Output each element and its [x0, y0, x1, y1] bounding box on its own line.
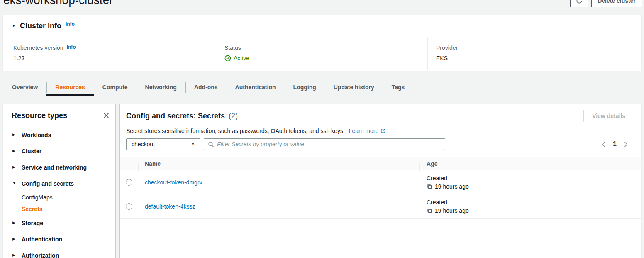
provider-label: Provider — [436, 44, 458, 52]
tab-networking[interactable]: Networking — [137, 79, 185, 96]
caret-down-icon: ▼ — [12, 182, 17, 185]
kubernetes-version-field: Kubernetes version Info 1.23 — [3, 37, 216, 70]
caret-right-icon: ▶ — [12, 165, 17, 169]
caret-right-icon: ▶ — [12, 133, 17, 137]
age-created-label: Created — [427, 199, 641, 206]
secret-name-link[interactable]: checkout-token-dmgrv — [145, 179, 202, 186]
secret-name-link[interactable]: default-token-4kssz — [145, 203, 195, 210]
cluster-info-expander[interactable]: ▼ Cluster info Info — [3, 15, 641, 37]
resource-types-panel: Resource types ▶ Workloads ▶ Cluster ▶ S… — [3, 104, 115, 258]
sidebar-item-workloads[interactable]: ▶ Workloads — [3, 127, 115, 143]
cluster-info-card: ▼ Cluster info Info Kubernetes version I… — [3, 15, 641, 71]
caret-right-icon: ▶ — [12, 221, 17, 225]
cluster-info-info-link[interactable]: Info — [66, 21, 75, 27]
sidebar-item-cluster[interactable]: ▶ Cluster — [3, 143, 115, 159]
tab-authentication[interactable]: Authentication — [227, 79, 285, 96]
sidebar-item-configmaps[interactable]: ConfigMaps — [3, 192, 115, 203]
delete-cluster-button[interactable]: Delete cluster — [591, 0, 642, 7]
caret-right-icon: ▶ — [12, 149, 17, 153]
tab-logging[interactable]: Logging — [285, 79, 325, 96]
provider-field: Provider EKS — [427, 37, 641, 70]
refresh-button[interactable] — [570, 0, 588, 7]
sidebar-item-authentication[interactable]: ▶ Authentication — [3, 231, 115, 247]
sidebar-item-storage[interactable]: ▶ Storage — [3, 215, 115, 231]
close-panel-button[interactable] — [102, 111, 110, 120]
header-actions: Delete cluster — [570, 0, 642, 7]
pagination: 1 — [601, 140, 634, 148]
caret-right-icon: ▶ — [12, 237, 17, 241]
secrets-panel: Config and secrets: Secrets (2) View det… — [120, 104, 641, 258]
tab-overview[interactable]: Overview — [3, 79, 46, 96]
table-header-row: Name Age — [120, 157, 641, 170]
kubernetes-version-label: Kubernetes version — [13, 44, 63, 52]
table-row: default-token-4kssz Created 19 hours ago — [120, 194, 641, 219]
panel-description: Secret stores sensitive information, suc… — [126, 127, 634, 135]
cluster-info-body: Kubernetes version Info 1.23 Status Acti… — [3, 37, 641, 70]
panel-heading: Config and secrets: Secrets (2) — [126, 111, 238, 120]
tab-add-ons[interactable]: Add-ons — [185, 79, 227, 96]
age-value: 19 hours ago — [435, 207, 469, 214]
kubernetes-version-value: 1.23 — [13, 54, 216, 62]
secrets-count: (2) — [229, 112, 238, 120]
column-header-name[interactable]: Name — [138, 160, 419, 167]
status-field: Status Active — [216, 37, 427, 70]
tab-compute[interactable]: Compute — [94, 79, 137, 96]
age-created-label: Created — [427, 175, 641, 182]
close-icon — [103, 112, 110, 119]
current-page[interactable]: 1 — [613, 140, 617, 148]
row-radio-button[interactable] — [126, 203, 132, 210]
status-active-icon — [224, 55, 231, 61]
kubernetes-version-info-link[interactable]: Info — [67, 43, 76, 51]
secrets-search[interactable] — [204, 138, 445, 150]
sidebar-item-authorization[interactable]: ▶ Authorization — [3, 247, 115, 258]
view-details-button[interactable]: View details — [583, 110, 634, 122]
tab-update-history[interactable]: Update history — [325, 79, 383, 96]
page-title: eks-workshop-cluster — [3, 0, 113, 7]
copy-icon[interactable] — [427, 208, 432, 214]
age-value: 19 hours ago — [435, 183, 469, 190]
resource-types-title: Resource types — [12, 111, 67, 120]
search-icon — [208, 141, 214, 147]
status-value: Active — [234, 54, 249, 62]
cluster-tabs: Overview Resources Compute Networking Ad… — [3, 79, 641, 96]
cluster-info-title: Cluster info — [20, 22, 61, 30]
dropdown-caret-icon: ▼ — [191, 142, 195, 146]
learn-more-link[interactable]: Learn more — [349, 128, 379, 134]
refresh-icon — [576, 0, 583, 4]
tab-resources[interactable]: Resources — [46, 79, 94, 96]
status-label: Status — [224, 44, 241, 52]
filter-type-dropdown[interactable]: checkout ▼ — [126, 138, 200, 150]
copy-icon[interactable] — [427, 184, 432, 189]
caret-right-icon: ▶ — [12, 253, 17, 257]
sidebar-item-config-and-secrets[interactable]: ▼ Config and secrets — [3, 175, 115, 192]
filter-type-selected: checkout — [132, 141, 155, 147]
column-header-age[interactable]: Age — [419, 160, 641, 167]
search-input[interactable] — [217, 141, 441, 147]
previous-page-button[interactable] — [601, 141, 606, 147]
next-page-button[interactable] — [624, 141, 628, 147]
sidebar-item-service-and-networking[interactable]: ▶ Service and networking — [3, 159, 115, 175]
provider-value: EKS — [436, 54, 641, 62]
external-link-icon — [380, 128, 385, 134]
secrets-table: Name Age checkout-token-dmgrv Created — [120, 157, 641, 219]
caret-down-icon: ▼ — [12, 24, 16, 28]
table-row: checkout-token-dmgrv Created 19 hours ag… — [120, 170, 641, 194]
row-radio-button[interactable] — [126, 179, 132, 186]
tab-tags[interactable]: Tags — [383, 79, 414, 96]
sidebar-item-secrets[interactable]: Secrets — [3, 203, 115, 215]
